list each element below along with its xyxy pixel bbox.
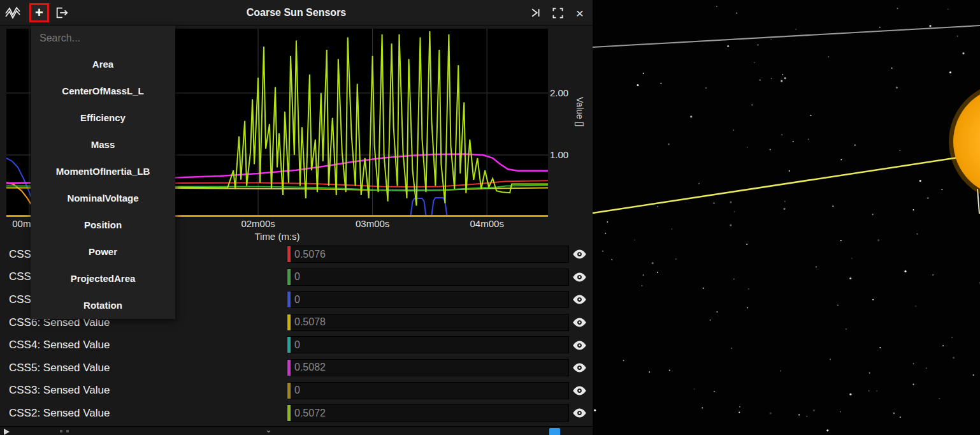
visibility-toggle[interactable]	[570, 406, 588, 420]
star	[771, 78, 772, 79]
eye-icon	[572, 249, 587, 259]
star	[671, 228, 672, 230]
collapse-chevron-icon[interactable]: ⌄	[265, 425, 272, 434]
visibility-toggle[interactable]	[570, 293, 588, 307]
y-tick-label: 2.00	[550, 87, 568, 98]
sensor-value: 0.5076	[291, 249, 326, 260]
sensor-value-field[interactable]: 0	[287, 336, 569, 353]
menu-item-rotation[interactable]: Rotation	[31, 292, 175, 319]
star	[734, 211, 735, 212]
star	[876, 390, 877, 392]
menu-item-efficiency[interactable]: Efficiency	[31, 105, 175, 131]
star	[851, 258, 853, 259]
star	[899, 150, 900, 151]
application-window: + Coarse Sun Sensors	[0, 0, 980, 435]
timeseries-icon[interactable]	[5, 5, 20, 20]
star	[736, 12, 737, 13]
star	[868, 390, 870, 392]
star	[770, 39, 772, 40]
visibility-toggle[interactable]	[570, 247, 588, 262]
star	[840, 240, 842, 241]
star	[784, 77, 786, 79]
star	[872, 214, 874, 215]
add-series-button[interactable]: +	[29, 3, 49, 22]
star	[913, 209, 914, 210]
star	[897, 8, 898, 9]
star	[716, 6, 717, 7]
menu-search-row	[31, 26, 175, 51]
sensor-value: 0	[291, 339, 300, 351]
menu-item-centerofmassl_l[interactable]: CenterOfMassL_L	[31, 78, 175, 105]
menu-item-mass[interactable]: Mass	[31, 131, 175, 158]
star	[746, 244, 747, 245]
star	[730, 225, 731, 226]
star	[798, 414, 800, 415]
star	[951, 337, 953, 338]
star	[727, 45, 729, 47]
y-tick-label: 1.00	[550, 149, 568, 160]
space-viewport[interactable]	[593, 0, 980, 435]
sensor-value-field[interactable]: 0	[287, 382, 569, 399]
star	[891, 68, 893, 69]
star	[747, 307, 748, 309]
sensor-value-field[interactable]: 0.5078	[287, 314, 569, 331]
export-icon[interactable]	[54, 5, 69, 20]
visibility-toggle[interactable]	[570, 316, 588, 330]
star	[877, 239, 879, 241]
star	[747, 147, 748, 148]
close-icon[interactable]: ×	[572, 5, 587, 20]
sensor-label: CSS	[9, 270, 31, 283]
bottom-blue-button[interactable]	[549, 428, 560, 435]
star	[916, 233, 918, 235]
visibility-toggle[interactable]	[570, 338, 588, 352]
star	[780, 370, 781, 371]
plot-panel: + Coarse Sun Sensors	[0, 0, 593, 435]
star	[904, 270, 906, 272]
star	[795, 29, 796, 30]
star	[657, 206, 658, 207]
menu-item-power[interactable]: Power	[31, 239, 175, 265]
star	[913, 384, 914, 385]
star	[758, 45, 759, 46]
sensor-value-field[interactable]: 0.5076	[287, 246, 569, 263]
play-icon[interactable]	[4, 429, 10, 435]
star	[811, 115, 812, 116]
star	[770, 412, 772, 414]
star	[660, 83, 661, 84]
star	[941, 189, 942, 190]
add-variable-menu: AreaCenterOfMassL_LEfficiencyMassMomentO…	[31, 26, 175, 319]
star	[832, 205, 833, 207]
eye-icon	[572, 318, 587, 327]
visibility-toggle[interactable]	[570, 270, 588, 284]
menu-item-position[interactable]: Position	[31, 212, 175, 239]
bottom-toolbar: ⌄	[0, 426, 593, 435]
star	[846, 328, 847, 330]
menu-item-area[interactable]: Area	[31, 51, 175, 78]
sensor-value-field[interactable]: 0.5072	[287, 404, 569, 422]
star	[702, 408, 703, 409]
menu-item-projectedarea[interactable]: ProjectedArea	[31, 265, 175, 292]
fullscreen-icon[interactable]	[550, 5, 565, 20]
sensor-value-field[interactable]: 0	[287, 269, 569, 286]
x-tick-label: 03m00s	[356, 218, 389, 229]
star	[594, 409, 596, 411]
menu-item-nominalvoltage[interactable]: NominalVoltage	[31, 185, 175, 212]
star	[694, 388, 695, 390]
visibility-toggle[interactable]	[570, 383, 588, 397]
star	[913, 363, 914, 364]
star	[754, 62, 755, 63]
eye-icon	[572, 295, 587, 304]
sensor-value-field[interactable]: 0.5082	[287, 359, 569, 376]
visibility-toggle[interactable]	[570, 361, 588, 375]
panel-title: Coarse Sun Sensors	[0, 0, 593, 26]
skip-to-end-icon[interactable]	[528, 5, 544, 20]
search-input[interactable]	[31, 26, 175, 51]
star	[642, 285, 643, 286]
sensor-label: CSS	[9, 248, 31, 261]
star	[751, 105, 753, 106]
menu-item-momentofinertia_lb[interactable]: MomentOfInertia_LB	[31, 158, 175, 185]
star	[789, 170, 790, 172]
sensor-value: 0	[291, 385, 300, 396]
sensor-value-field[interactable]: 0	[287, 291, 569, 308]
star	[770, 149, 771, 150]
